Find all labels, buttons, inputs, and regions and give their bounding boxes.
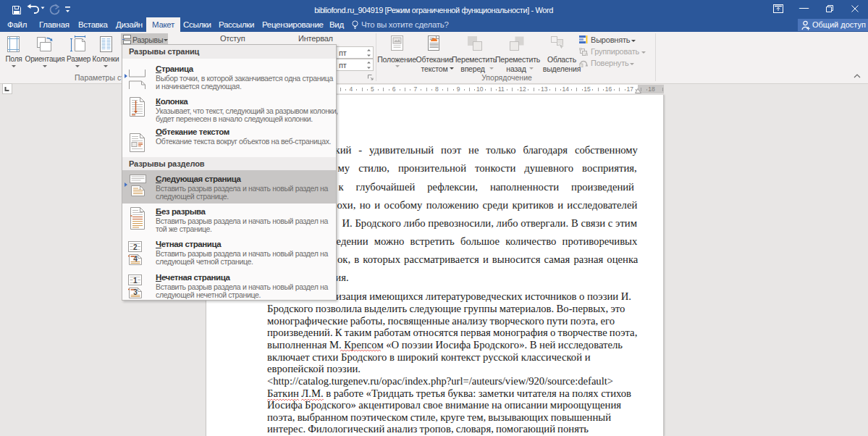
svg-text:2: 2 [133,243,138,251]
svg-text:3: 3 [133,288,138,296]
svg-text:1: 1 [133,277,138,285]
svg-text:4: 4 [133,255,138,263]
